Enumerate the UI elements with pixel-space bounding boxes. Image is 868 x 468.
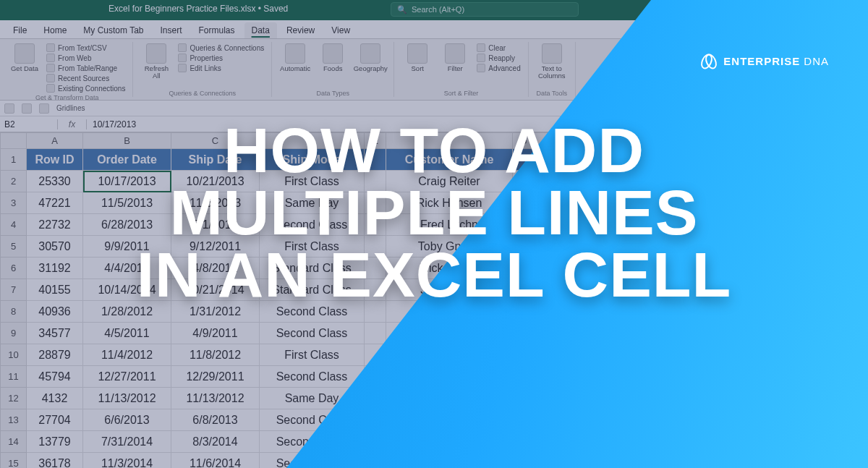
cell[interactable]: Second Class [260, 323, 365, 344]
cell[interactable]: 6/8/2013 [171, 409, 260, 431]
cell[interactable] [535, 279, 621, 301]
header-cell[interactable]: Customer Name [386, 149, 513, 171]
redo-icon[interactable] [22, 103, 32, 114]
tab-view[interactable]: View [324, 22, 357, 38]
cell[interactable]: Same Day [260, 388, 365, 409]
cell[interactable]: Second Class [260, 301, 365, 323]
cell[interactable] [535, 388, 621, 409]
cell[interactable]: Standard Class [260, 279, 365, 301]
cell[interactable]: 4/9/2011 [171, 323, 260, 344]
cell[interactable]: 11/6/2013 [171, 192, 260, 214]
cell[interactable]: 1/31/2012 [171, 301, 260, 323]
cell[interactable] [365, 366, 386, 388]
fx-icon[interactable]: fx [58, 119, 87, 129]
cell[interactable]: 36178 [27, 453, 83, 469]
header-cell[interactable] [365, 149, 386, 171]
cell[interactable]: 4/5/2011 [83, 323, 171, 344]
header-cell[interactable] [513, 149, 535, 171]
cell[interactable]: First Class [260, 171, 365, 192]
cell[interactable]: Toby Gnade [386, 236, 513, 258]
cell[interactable] [365, 344, 386, 366]
cell[interactable]: 13779 [27, 431, 83, 453]
cell[interactable]: 11/8/2012 [171, 344, 260, 366]
cell[interactable] [365, 258, 386, 279]
row-header[interactable]: 15 [1, 453, 27, 469]
cell[interactable]: Mick Brown [386, 258, 513, 279]
cell[interactable]: 11/5/2013 [83, 192, 171, 214]
row-header[interactable]: 12 [1, 388, 27, 409]
row-header[interactable]: 9 [1, 323, 27, 344]
sort-button[interactable]: Sort [401, 43, 433, 72]
cell[interactable]: Fred Litchn [386, 214, 513, 236]
undo-icon[interactable] [4, 103, 14, 114]
cell[interactable] [535, 431, 621, 453]
cell[interactable] [365, 409, 386, 431]
tab-data[interactable]: Data [244, 22, 277, 38]
cell[interactable]: 10/21/2014 [171, 279, 260, 301]
header-cell[interactable]: Row ID [27, 149, 83, 171]
get-data-button[interactable]: Get Data [9, 43, 41, 72]
geography-button[interactable]: Geography [354, 43, 386, 72]
row-header[interactable]: 5 [1, 236, 27, 258]
cell[interactable] [513, 388, 535, 409]
cell[interactable]: Joseph Holt [386, 301, 513, 323]
cell[interactable]: Anthony Jacobs [386, 344, 513, 366]
text-to-columns-button[interactable]: Text to Columns [536, 43, 568, 80]
clear[interactable]: Clear [477, 43, 520, 52]
cell[interactable]: 11/4/2012 [83, 344, 171, 366]
column-header[interactable]: D [260, 133, 365, 149]
cell[interactable]: 1/28/2012 [83, 301, 171, 323]
row-header[interactable]: 1 [1, 149, 27, 171]
properties[interactable]: Properties [178, 54, 264, 62]
cell[interactable]: 11/13/2012 [171, 388, 260, 409]
cell[interactable]: Peter Fuller [386, 409, 513, 431]
column-header[interactable]: B [83, 133, 171, 149]
cell[interactable]: 7/1/2013 [171, 214, 260, 236]
cell[interactable]: 8/3/2014 [171, 431, 260, 453]
cell[interactable] [365, 236, 386, 258]
header-cell[interactable]: Ship Mode [260, 149, 365, 171]
cell[interactable] [513, 279, 535, 301]
header-cell[interactable]: Ship Date [171, 149, 260, 171]
foods-button[interactable]: Foods [317, 43, 349, 72]
cell[interactable]: 11/3/2014 [83, 453, 171, 469]
cell[interactable] [513, 431, 535, 453]
cell[interactable]: 4132 [27, 388, 83, 409]
cell[interactable]: Craig Reiter [386, 171, 513, 192]
cell[interactable] [513, 258, 535, 279]
cell[interactable] [365, 279, 386, 301]
spreadsheet-grid[interactable]: ABCDEFGH1Row IDOrder DateShip DateShip M… [0, 132, 868, 468]
cell[interactable]: 40155 [27, 279, 83, 301]
column-header[interactable]: F [386, 133, 513, 149]
cell[interactable] [365, 453, 386, 469]
cell[interactable] [513, 236, 535, 258]
cell[interactable] [513, 323, 535, 344]
column-header[interactable]: E [365, 133, 386, 149]
cell[interactable]: 27704 [27, 409, 83, 431]
cell[interactable]: Greg Maxwell [386, 323, 513, 344]
cell[interactable]: 30570 [27, 236, 83, 258]
cell[interactable]: Consumer [535, 192, 621, 214]
cell[interactable]: 45794 [27, 366, 83, 388]
cell[interactable]: 28879 [27, 344, 83, 366]
cell[interactable]: 10/14/2014 [83, 279, 171, 301]
cell[interactable]: Rick Hansen [386, 192, 513, 214]
cell[interactable]: Ben Peterman [386, 431, 513, 453]
cell[interactable] [535, 323, 621, 344]
cell[interactable]: Second Class [260, 214, 365, 236]
cell[interactable]: 22732 [27, 214, 83, 236]
tab-review[interactable]: Review [279, 22, 322, 38]
cell[interactable]: 6/6/2013 [83, 409, 171, 431]
cell[interactable]: Vicky Freymann [386, 388, 513, 409]
reapply[interactable]: Reapply [477, 54, 520, 62]
column-header[interactable]: A [27, 133, 83, 149]
cell[interactable]: 10/21/2013 [171, 171, 260, 192]
automatic-button[interactable]: Automatic [279, 43, 311, 72]
cell[interactable]: 9/12/2011 [171, 236, 260, 258]
refresh-all-button[interactable]: Refresh All [140, 43, 172, 80]
row-header[interactable]: 14 [1, 431, 27, 453]
cell[interactable]: Magdelene Morse [386, 366, 513, 388]
cell[interactable] [513, 192, 535, 214]
recent-sources[interactable]: Recent Sources [46, 74, 125, 82]
cell[interactable] [535, 301, 621, 323]
